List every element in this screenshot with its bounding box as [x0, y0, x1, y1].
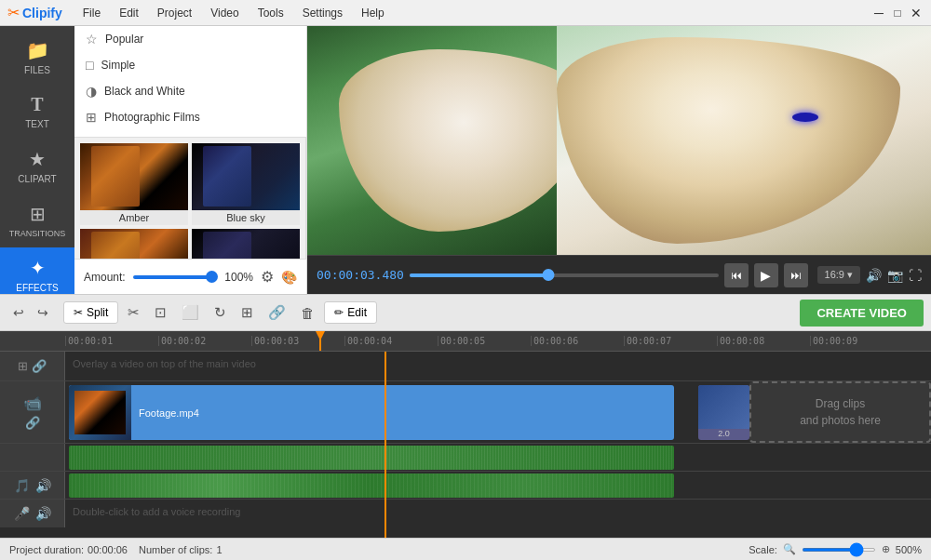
filter-item-photofilms[interactable]: ⊞ Photographic Films: [74, 104, 306, 130]
transport-controls: 00:00:03.480 ⏮ ▶ ⏭ 16:9 ▾ 🔊 📷 ⛶: [307, 255, 931, 294]
delete-icon[interactable]: 🗑: [295, 301, 320, 325]
track-row-overlay: ⊞ 🔗 Overlay a video on top of the main v…: [0, 352, 931, 381]
video-clip[interactable]: Footage.mp4: [69, 385, 674, 440]
filter-item-simple[interactable]: □ Simple: [74, 52, 306, 78]
music-icon[interactable]: 🎵: [14, 478, 30, 493]
skip-back-button[interactable]: ⏮: [724, 263, 749, 287]
ruler-mark: 00:00:09: [810, 336, 903, 346]
app-title: Clipify: [22, 6, 62, 20]
filter-item-vintage[interactable]: 📷 Vintage: [74, 130, 306, 137]
vintage-icon: 📷: [86, 136, 101, 137]
sidebar-item-clipart[interactable]: ★ CLIPART: [0, 139, 74, 193]
create-video-button[interactable]: CREATE VIDEO: [800, 300, 924, 327]
duration-label: Project duration:: [9, 544, 84, 555]
sidebar-item-transitions[interactable]: ⊞ TRANSITIONS: [0, 193, 74, 247]
voice-hint: Double-click to add a voice recording: [65, 500, 931, 524]
aspect-ratio-badge[interactable]: 16:9 ▾: [817, 266, 860, 284]
overlay-icon[interactable]: ⊞: [18, 359, 28, 373]
menu-settings[interactable]: Settings: [293, 5, 352, 21]
filter-thumb-amber[interactable]: Amber: [80, 143, 188, 225]
simple-icon: □: [86, 58, 93, 73]
volume-voice-icon[interactable]: 🔊: [35, 506, 51, 521]
skip-forward-button[interactable]: ⏭: [784, 263, 808, 287]
play-button[interactable]: ▶: [754, 263, 778, 287]
mic-icon[interactable]: 🎤: [14, 506, 30, 521]
fullscreen-icon[interactable]: ⛶: [909, 268, 922, 283]
undo-redo: ↩ ↪: [7, 303, 54, 322]
redo-button[interactable]: ↪: [32, 303, 54, 322]
filter-item-popular[interactable]: ☆ Popular: [74, 26, 306, 52]
crop-icon[interactable]: ⊡: [149, 300, 172, 325]
overlay-hint: Overlay a video on top of the main video: [65, 352, 931, 376]
filter-item-blackwhite[interactable]: ◑ Black and White: [74, 78, 306, 104]
track-row-voice: 🎤 🔊 Double-click to add a voice recordin…: [0, 500, 931, 527]
track-row-music: 🎵 🔊: [0, 472, 931, 500]
minimize-button[interactable]: ─: [871, 6, 886, 20]
drop-zone[interactable]: Drag clipsand photos here: [749, 381, 931, 443]
filter-thumb-dawn[interactable]: Dawn: [192, 229, 300, 260]
track-row-audio1: [0, 444, 931, 472]
track-content-overlay: Overlay a video on top of the main video: [65, 352, 931, 380]
rotate-icon[interactable]: ⬜: [176, 300, 205, 325]
camera-icon[interactable]: 📹: [23, 394, 42, 412]
track-content-video[interactable]: Footage.mp4 2.0 Drag clipsand photos her…: [65, 381, 931, 443]
volume-track-icon[interactable]: 🔊: [35, 478, 51, 493]
track-content-audio1: [65, 444, 931, 471]
ruler-mark: 00:00:07: [624, 336, 717, 346]
menu-tools[interactable]: Tools: [249, 5, 293, 21]
menu-project[interactable]: Project: [148, 5, 201, 21]
track-content-voice[interactable]: Double-click to add a voice recording: [65, 500, 931, 527]
text-icon: T: [31, 94, 43, 115]
undo-button[interactable]: ↩: [7, 303, 30, 322]
amount-slider[interactable]: [133, 275, 218, 279]
refresh-icon[interactable]: ↻: [209, 300, 232, 325]
color-picker-icon[interactable]: 🎨: [281, 270, 297, 285]
clip-filename: Footage.mp4: [131, 407, 207, 419]
screenshot-icon[interactable]: 📷: [887, 268, 903, 283]
filter-thumb-bluesky[interactable]: Blue sky: [192, 143, 300, 225]
edit-icon: ✏: [334, 306, 344, 319]
link-track-icon[interactable]: 🔗: [32, 359, 47, 373]
split-icon: ✂: [74, 306, 83, 319]
zoom-out-icon[interactable]: 🔍: [783, 543, 796, 555]
files-icon: 📁: [26, 39, 49, 61]
sidebar-item-text[interactable]: T TEXT: [0, 85, 74, 139]
link-icon[interactable]: 🔗: [263, 300, 291, 325]
sidebar-item-effects[interactable]: ✦ EFFECTS: [0, 247, 74, 294]
menu-edit[interactable]: Edit: [110, 5, 148, 21]
progress-bar[interactable]: [410, 273, 719, 277]
menu-video[interactable]: Video: [201, 5, 248, 21]
amount-value: 100%: [224, 271, 253, 284]
drop-zone-text: Drag clipsand photos here: [800, 395, 881, 429]
equalizer-icon[interactable]: ⚙: [261, 268, 274, 286]
split-button[interactable]: ✂ Split: [63, 301, 118, 324]
track-label-music: 🎵 🔊: [0, 472, 65, 499]
scale-label: Scale:: [749, 544, 777, 555]
maximize-button[interactable]: □: [890, 6, 905, 20]
cut-icon[interactable]: ✂: [122, 300, 145, 325]
preview-video: [307, 26, 931, 255]
sidebar-item-files[interactable]: 📁 FILES: [0, 30, 74, 85]
clip-icon: ✂: [7, 4, 20, 21]
volume-icon[interactable]: 🔊: [866, 268, 882, 283]
menu-help[interactable]: Help: [352, 5, 394, 21]
app-logo: ✂ Clipify: [7, 4, 62, 21]
clipart-icon: ★: [29, 148, 46, 170]
menu-file[interactable]: File: [74, 5, 110, 21]
track-content-music: [65, 472, 931, 499]
edit-button[interactable]: ✏ Edit: [324, 301, 377, 324]
mini-clip[interactable]: 2.0: [698, 385, 749, 440]
audio-link-icon[interactable]: 🔗: [25, 416, 40, 430]
bw-icon: ◑: [86, 84, 97, 99]
filter-thumb-bokeh[interactable]: Bokeh & toning: [80, 229, 188, 260]
playhead-indicator: [319, 331, 321, 351]
duration-value: 00:00:06: [88, 544, 128, 555]
zoom-in-icon[interactable]: ⊕: [882, 543, 890, 555]
close-button[interactable]: ✕: [909, 6, 924, 20]
ruler-mark: 00:00:04: [344, 336, 438, 346]
track-label-video: 📹 🔗: [0, 381, 65, 443]
scale-slider[interactable]: [802, 548, 876, 552]
scale-value: 500%: [896, 544, 922, 555]
time-display: 00:00:03.480: [317, 268, 404, 282]
duplicate-icon[interactable]: ⊞: [236, 300, 259, 325]
